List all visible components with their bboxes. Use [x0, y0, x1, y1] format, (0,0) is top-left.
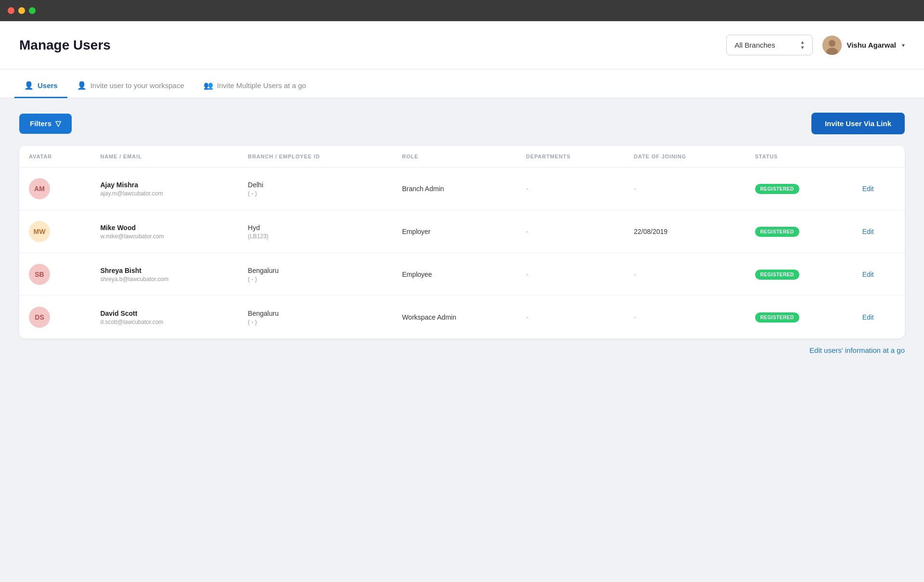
col-role: ROLE — [392, 146, 516, 168]
cell-status: REGISTERED — [745, 210, 853, 253]
edit-button[interactable]: Edit — [862, 313, 874, 321]
user-email: ajay.m@lawcubator.com — [100, 190, 229, 197]
branch-name: Bengaluru — [248, 310, 383, 317]
cell-edit: Edit — [853, 210, 905, 253]
branch-select[interactable]: All Branches ▲ ▼ — [726, 35, 813, 55]
status-badge: REGISTERED — [755, 312, 799, 323]
filter-icon: ▽ — [55, 119, 61, 128]
invite-user-via-link-button[interactable]: Invite User Via Link — [811, 113, 905, 134]
table-header-row: AVATAR NAME / EMAIL BRANCH / EMPLOYEE ID… — [19, 146, 905, 168]
cell-status: REGISTERED — [745, 253, 853, 296]
cell-role: Workspace Admin — [392, 296, 516, 339]
page-title: Manage Users — [19, 38, 111, 53]
branch-name: Delhi — [248, 181, 383, 189]
branch-name: Hyd — [248, 224, 383, 232]
cell-departments: - — [516, 296, 624, 339]
employee-id: ( - ) — [248, 319, 383, 325]
window-controls — [8, 7, 36, 14]
cell-branch: Bengaluru ( - ) — [238, 296, 392, 339]
minimize-button[interactable] — [18, 7, 25, 14]
employee-id: ( - ) — [248, 190, 383, 197]
date-value: - — [634, 313, 636, 321]
cell-edit: Edit — [853, 253, 905, 296]
date-value: - — [634, 271, 636, 278]
avatar — [822, 36, 842, 55]
branch-employee-cell: Hyd (LB123) — [248, 224, 383, 240]
cell-name: Mike Wood w.mike@lawcubator.com — [90, 210, 238, 253]
user-name: Shreya Bisht — [100, 267, 229, 274]
tab-invite-user[interactable]: 👤 Invite user to your workspace — [67, 74, 194, 98]
footer-link-area: Edit users' information at a go — [19, 346, 905, 355]
department-value: - — [526, 228, 528, 235]
user-email: shreya.b@lawcubator.com — [100, 276, 229, 283]
cell-branch: Bengaluru ( - ) — [238, 253, 392, 296]
employee-id: ( - ) — [248, 276, 383, 283]
edit-button[interactable]: Edit — [862, 271, 874, 278]
tab-invite-multiple-label: Invite Multiple Users at a go — [217, 81, 306, 90]
cell-status: REGISTERED — [745, 296, 853, 339]
cell-date: - — [624, 168, 745, 210]
tab-users[interactable]: 👤 Users — [14, 74, 67, 98]
avatar: SB — [29, 264, 50, 285]
tab-users-label: Users — [38, 81, 58, 90]
content: Filters ▽ Invite User Via Link AVATAR NA… — [0, 98, 924, 582]
cell-role: Branch Admin — [392, 168, 516, 210]
maximize-button[interactable] — [29, 7, 36, 14]
cell-role: Employer — [392, 210, 516, 253]
cell-branch: Hyd (LB123) — [238, 210, 392, 253]
cell-avatar: DS — [19, 296, 90, 339]
branch-employee-cell: Bengaluru ( - ) — [248, 267, 383, 283]
cell-departments: - — [516, 253, 624, 296]
department-value: - — [526, 185, 528, 193]
avatar: AM — [29, 178, 50, 199]
cell-avatar: SB — [19, 253, 90, 296]
branch-name: Bengaluru — [248, 267, 383, 274]
name-email-cell: Mike Wood w.mike@lawcubator.com — [100, 224, 229, 240]
user-menu[interactable]: Vishu Agarwal ▾ — [822, 36, 905, 55]
svg-point-1 — [829, 40, 835, 47]
status-badge: REGISTERED — [755, 270, 799, 280]
filters-label: Filters — [30, 119, 51, 128]
cell-name: Ajay Mishra ajay.m@lawcubator.com — [90, 168, 238, 210]
status-badge: REGISTERED — [755, 227, 799, 237]
branch-employee-cell: Bengaluru ( - ) — [248, 310, 383, 325]
branch-employee-cell: Delhi ( - ) — [248, 181, 383, 197]
cell-avatar: MW — [19, 210, 90, 253]
edit-users-info-link[interactable]: Edit users' information at a go — [809, 346, 905, 354]
cell-departments: - — [516, 168, 624, 210]
date-value: 22/08/2019 — [634, 228, 667, 235]
name-email-cell: Shreya Bisht shreya.b@lawcubator.com — [100, 267, 229, 283]
col-name: NAME / EMAIL — [90, 146, 238, 168]
user-name: Ajay Mishra — [100, 181, 229, 189]
avatar: MW — [29, 221, 50, 242]
cell-date: 22/08/2019 — [624, 210, 745, 253]
filters-button[interactable]: Filters ▽ — [19, 114, 72, 134]
col-branch: BRANCH / EMPLOYEE ID — [238, 146, 392, 168]
edit-button[interactable]: Edit — [862, 228, 874, 235]
date-value: - — [634, 185, 636, 193]
edit-button[interactable]: Edit — [862, 185, 874, 193]
person-icon: 👤 — [77, 81, 87, 90]
cell-role: Employee — [392, 253, 516, 296]
cell-date: - — [624, 253, 745, 296]
user-name: Mike Wood — [100, 224, 229, 232]
cell-status: REGISTERED — [745, 168, 853, 210]
cell-name: David Scott d.scott@lawcubator.com — [90, 296, 238, 339]
user-email: d.scott@lawcubator.com — [100, 319, 229, 325]
user-icon: 👤 — [24, 81, 34, 90]
tab-invite-user-label: Invite user to your workspace — [90, 81, 184, 90]
cell-name: Shreya Bisht shreya.b@lawcubator.com — [90, 253, 238, 296]
user-name: David Scott — [100, 310, 229, 317]
user-chevron-icon: ▾ — [902, 42, 905, 49]
name-email-cell: Ajay Mishra ajay.m@lawcubator.com — [100, 181, 229, 197]
branch-select-label: All Branches — [734, 41, 775, 49]
cell-edit: Edit — [853, 296, 905, 339]
table-row: MW Mike Wood w.mike@lawcubator.com Hyd (… — [19, 210, 905, 253]
close-button[interactable] — [8, 7, 14, 14]
titlebar — [0, 0, 924, 21]
tab-invite-multiple[interactable]: 👥 Invite Multiple Users at a go — [194, 74, 316, 98]
header: Manage Users All Branches ▲ ▼ — [0, 21, 924, 69]
header-right: All Branches ▲ ▼ Vishu Agarwal ▾ — [726, 35, 905, 55]
invite-label: Invite User Via Link — [825, 119, 891, 128]
col-status: STATUS — [745, 146, 853, 168]
